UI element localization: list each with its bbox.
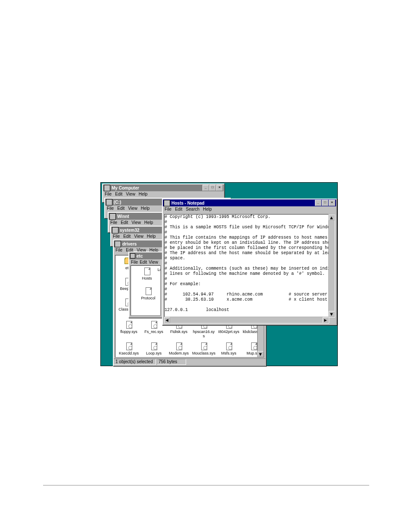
file-label: floppy.sys <box>117 330 140 334</box>
screenshot-desktop: My Computer _ □ × File Edit View Help (C… <box>100 182 338 366</box>
menu-help[interactable]: Help <box>203 207 212 212</box>
menu-edit[interactable]: Edit <box>123 234 131 239</box>
menu-view[interactable]: View <box>126 192 135 196</box>
menu-file[interactable]: File <box>107 206 114 211</box>
drive-icon[interactable] <box>106 199 112 205</box>
file-label: Ftdisk.sys <box>167 330 190 334</box>
menubar-mycomputer[interactable]: File Edit View Help <box>103 191 224 197</box>
titlebar-notepad[interactable]: Hosts - Notepad _ □ × <box>163 199 336 206</box>
window-etc[interactable]: etc File Edit View Hosts Lm Protocol <box>128 252 163 318</box>
menu-help[interactable]: Help <box>141 206 150 211</box>
file-label: Ksecdd.sys <box>117 351 140 355</box>
menu-edit[interactable]: Edit <box>117 206 125 211</box>
file-item[interactable]: Msfs.sys <box>217 342 240 355</box>
close-button[interactable]: × <box>216 185 223 191</box>
titlebar-mycomputer[interactable]: My Computer _ □ × <box>103 184 224 191</box>
menu-view[interactable]: View <box>149 260 158 264</box>
file-item[interactable]: Hosts <box>140 268 154 280</box>
menu-file[interactable]: File <box>115 248 122 252</box>
system-menu-icon[interactable] <box>104 185 110 191</box>
title-text: My Computer <box>112 186 202 190</box>
menu-help[interactable]: Help <box>144 220 153 225</box>
folder-icon[interactable] <box>115 241 121 247</box>
file-item[interactable]: Ksecdd.sys <box>117 342 140 355</box>
window-notepad[interactable]: Hosts - Notepad _ □ × File Edit Search H… <box>162 199 337 325</box>
status-selected: 1 object(s) selected <box>114 359 156 365</box>
file-label: Hosts <box>140 276 154 280</box>
folder-icon[interactable] <box>112 227 118 233</box>
file-item[interactable]: floppy.sys <box>117 321 140 338</box>
file-label: Protocol <box>140 296 157 300</box>
file-item[interactable]: Lm <box>156 268 161 272</box>
title-text: Hosts - Notepad <box>171 201 314 205</box>
close-button[interactable]: × <box>329 200 335 206</box>
menu-file[interactable]: File <box>113 234 120 239</box>
notepad-text-area[interactable]: # Copyright (c) 1993-1995 Microsoft Corp… <box>164 214 329 317</box>
menu-file[interactable]: File <box>105 192 112 196</box>
file-label: Lm <box>156 268 161 272</box>
menu-view[interactable]: View <box>128 206 137 211</box>
file-item[interactable]: Mouclass.sys <box>192 342 215 355</box>
file-item[interactable]: Loop.sys <box>142 342 165 355</box>
file-label: Mouclass.sys <box>192 351 215 355</box>
folder-icon[interactable] <box>130 253 135 258</box>
file-label: hpscan16.sys <box>192 330 215 338</box>
menu-edit[interactable]: Edit <box>121 220 128 225</box>
file-label: Fs_rec.sys <box>142 330 165 334</box>
menu-file[interactable]: File <box>131 260 138 264</box>
menubar-notepad[interactable]: File Edit Search Help <box>163 206 336 212</box>
etc-client-area[interactable]: Hosts Lm Protocol <box>131 265 161 316</box>
minimize-button[interactable]: _ <box>202 185 209 191</box>
menu-help[interactable]: Help <box>147 234 156 239</box>
file-item[interactable]: Protocol <box>140 287 157 300</box>
scrollbar-vertical[interactable]: ▲ ▼ <box>328 214 335 317</box>
maximize-button[interactable]: □ <box>322 200 328 206</box>
titlebar-etc[interactable]: etc <box>129 252 162 259</box>
menu-file[interactable]: File <box>165 207 171 212</box>
menu-help[interactable]: Help <box>139 192 148 196</box>
file-label: I8042prt.sys <box>217 330 240 334</box>
menu-view[interactable]: View <box>131 220 141 225</box>
notepad-icon[interactable] <box>164 200 170 206</box>
scrollbar-horizontal[interactable]: ◄ ► <box>164 317 329 324</box>
menu-edit[interactable]: Edit <box>175 207 182 212</box>
file-label: Loop.sys <box>142 351 165 355</box>
title-text: etc <box>137 254 161 258</box>
menu-file[interactable]: File <box>110 220 117 225</box>
statusbar-drivers: 1 object(s) selected 756 bytes <box>114 358 265 365</box>
minimize-button[interactable]: _ <box>315 200 321 206</box>
folder-icon[interactable] <box>109 213 116 220</box>
menubar-etc[interactable]: File Edit View <box>129 259 162 265</box>
maximize-button[interactable]: □ <box>209 185 216 191</box>
menu-search[interactable]: Search <box>186 207 199 212</box>
file-label: Msfs.sys <box>217 351 240 355</box>
file-item[interactable]: Modem.sys <box>167 342 190 355</box>
file-label: Modem.sys <box>167 351 190 355</box>
status-bytes: 756 bytes <box>157 359 186 365</box>
menu-view[interactable]: View <box>134 234 143 239</box>
menu-edit[interactable]: Edit <box>115 192 122 196</box>
menu-edit[interactable]: Edit <box>140 260 147 264</box>
